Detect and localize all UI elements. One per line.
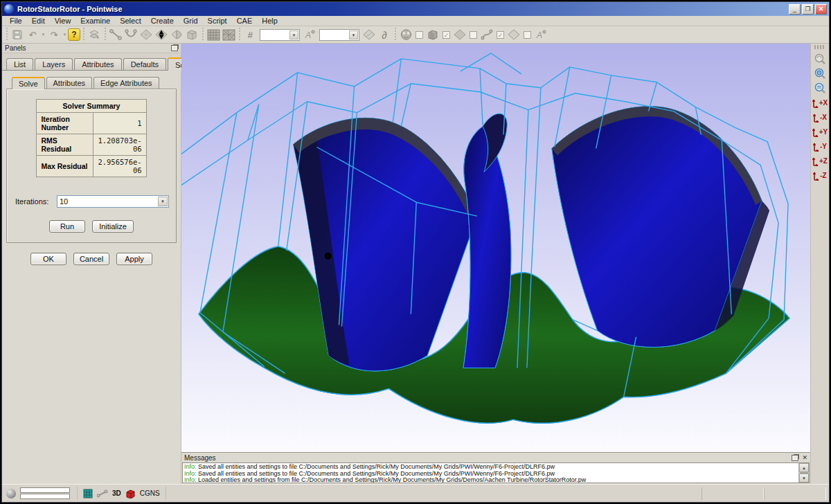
solve-domain-icon[interactable] [361,28,377,42]
spacing-mask-icon[interactable]: A [533,28,548,42]
iterations-combo[interactable]: 10 ▼ [57,195,169,208]
spacing-combo[interactable]: ▼ [319,29,359,41]
restore-button[interactable]: ❐ [802,4,814,15]
svg-text:A: A [305,30,311,40]
scroll-down-icon[interactable]: ▼ [799,474,809,483]
connector-mask-checkbox[interactable]: ✓ [497,31,504,39]
panels-title: Panels [5,44,171,52]
tab-list[interactable]: List [6,58,33,70]
svg-text:+: + [96,35,100,40]
list-item: Info: Loaded entities and settings from … [184,477,797,483]
apply-button[interactable]: Apply [116,253,152,265]
close-button[interactable]: ✕ [815,4,827,15]
run-button[interactable]: Run [49,220,85,233]
menu-file[interactable]: File [5,16,27,26]
close-icon[interactable]: ✕ [802,455,807,461]
cancel-button[interactable]: Cancel [73,253,109,265]
redo-icon[interactable]: ↷ [46,28,62,42]
dimension-icon[interactable]: # [242,28,258,42]
help-icon[interactable]: ? [68,28,80,41]
chevron-down-icon[interactable]: ▼ [349,30,358,39]
pointwise-logo-icon [4,4,14,14]
undo-dropdown-icon[interactable]: ▼ [40,28,46,42]
tab-attributes[interactable]: Attributes [74,58,121,70]
redo-dropdown-icon[interactable]: ▼ [62,28,68,42]
subtab-attributes[interactable]: Attributes [46,77,92,89]
domain-mask-checkbox[interactable] [470,31,477,39]
connector-mask-icon[interactable] [479,28,494,42]
zoom-undo-icon[interactable] [812,52,828,66]
menu-cae[interactable]: CAE [232,16,258,26]
view-minus-z-button[interactable]: -Z [812,168,828,182]
minimize-button[interactable]: _ [789,4,801,15]
tab-defaults[interactable]: Defaults [123,58,166,70]
view-minus-x-button[interactable]: -X [812,110,828,124]
menu-examine[interactable]: Examine [75,16,115,26]
structured-grid-icon[interactable] [206,28,221,42]
menu-view[interactable]: View [50,16,76,26]
float-panel-icon[interactable] [792,455,798,461]
database-mask-icon[interactable] [506,28,521,42]
view-plus-y-button[interactable]: +Y [812,125,828,138]
messages-header[interactable]: Messages ✕ [181,453,810,462]
subtab-solve[interactable]: Solve [12,77,45,89]
max-residual-label: Max Residual [37,156,93,177]
zoom-selected-icon[interactable] [812,81,828,95]
run-init-row: Run Initialize [14,220,169,233]
svg-text:A: A [536,30,542,40]
view-plus-x-button[interactable]: +X [812,96,828,109]
ok-button[interactable]: OK [30,253,66,265]
connector-tool-icon[interactable] [108,28,123,42]
menu-help[interactable]: Help [257,16,283,26]
chevron-down-icon[interactable]: ▼ [289,30,298,39]
spacing-icon[interactable]: A [302,28,317,42]
database-mask-checkbox[interactable] [524,31,531,39]
table-row: Iteration Number 1 [37,113,146,134]
subtab-edge-attributes[interactable]: Edge Attributes [93,77,159,89]
iterations-label: Iterations: [15,197,51,206]
toolbar-separator [393,28,397,42]
block-mask-icon[interactable] [425,28,440,42]
save-icon[interactable] [10,28,25,42]
status-cell [764,487,826,500]
chevron-down-icon[interactable]: ▼ [158,197,168,206]
curve-tool-icon[interactable] [123,28,138,42]
view-plus-z-button[interactable]: +Z [812,154,828,168]
layers-icon[interactable]: + [87,28,102,42]
3d-viewport[interactable] [181,44,810,452]
menu-create[interactable]: Create [146,16,179,26]
toolbar-grip[interactable] [814,45,825,49]
mask-icon[interactable] [398,28,413,42]
view-toolbar: +X -X +Y -Y +Z -Z [810,44,829,484]
menu-grid[interactable]: Grid [179,16,203,26]
menu-edit[interactable]: Edit [27,16,50,26]
menu-bar: File Edit View Examine Select Create Gri… [2,16,829,26]
messages-scrollbar[interactable]: ▲ ▼ [798,463,809,483]
menu-script[interactable]: Script [203,16,232,26]
menu-select[interactable]: Select [115,16,146,26]
connector-mode-icon [97,489,108,498]
mask-checkbox[interactable] [416,31,423,39]
partial-derivative-icon[interactable]: ∂ [377,28,392,42]
toolbar-separator [82,28,85,42]
extrude-domain-icon[interactable] [169,28,184,42]
selected-point[interactable] [325,253,332,260]
view-minus-y-button[interactable]: -Y [812,139,828,153]
unstructured-grid-icon[interactable] [221,28,236,42]
block-mask-checkbox[interactable]: ✓ [443,31,450,39]
title-bar[interactable]: RotorStatorRotor - Pointwise _ ❐ ✕ [2,2,829,16]
block-tool-icon[interactable] [184,28,199,42]
turbine-mesh-scene [181,44,810,452]
dimension-combo[interactable]: ▼ [260,29,300,41]
zoom-extents-icon[interactable] [812,66,828,80]
unstructured-domain-icon[interactable] [154,28,169,42]
panels-header[interactable]: Panels [2,44,181,53]
tab-layers[interactable]: Layers [35,58,73,70]
float-panel-icon[interactable] [171,45,178,51]
scroll-up-icon[interactable]: ▲ [799,463,809,472]
structured-domain-icon[interactable] [138,28,154,42]
initialize-button[interactable]: Initialize [92,220,134,233]
undo-icon[interactable]: ↶ [25,28,40,42]
domain-mask-icon[interactable] [452,28,467,42]
window-title: RotorStatorRotor - Pointwise [17,5,787,13]
